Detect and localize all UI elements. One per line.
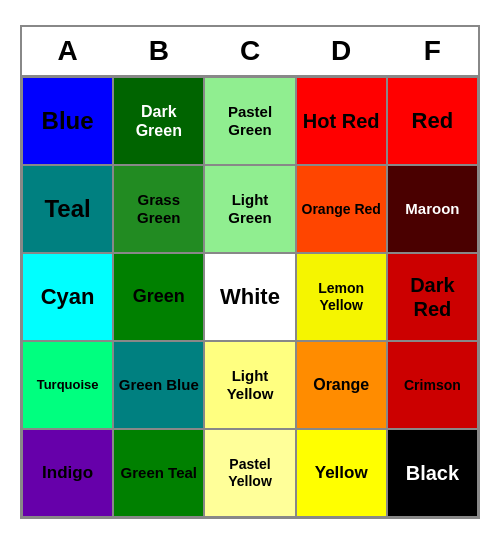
grid-cell-r4-c0: Indigo <box>22 429 113 517</box>
grid-cell-r0-c4: Red <box>387 77 478 165</box>
header-cell-a: A <box>22 27 113 75</box>
grid-cell-r2-c1: Green <box>113 253 204 341</box>
grid-cell-r1-c2: Light Green <box>204 165 295 253</box>
grid-cell-r1-c0: Teal <box>22 165 113 253</box>
grid-cell-r3-c3: Orange <box>296 341 387 429</box>
grid-cell-r1-c1: Grass Green <box>113 165 204 253</box>
grid-cell-r4-c2: Pastel Yellow <box>204 429 295 517</box>
grid-cell-r0-c2: Pastel Green <box>204 77 295 165</box>
header-cell-f: F <box>387 27 478 75</box>
grid-cell-r2-c4: Dark Red <box>387 253 478 341</box>
bingo-grid: BlueDark GreenPastel GreenHot RedRedTeal… <box>22 75 478 517</box>
grid-cell-r4-c4: Black <box>387 429 478 517</box>
header-cell-b: B <box>113 27 204 75</box>
grid-cell-r0-c3: Hot Red <box>296 77 387 165</box>
grid-cell-r4-c3: Yellow <box>296 429 387 517</box>
grid-cell-r3-c2: Light Yellow <box>204 341 295 429</box>
header-cell-c: C <box>204 27 295 75</box>
grid-cell-r2-c3: Lemon Yellow <box>296 253 387 341</box>
header-cell-d: D <box>296 27 387 75</box>
grid-cell-r1-c3: Orange Red <box>296 165 387 253</box>
grid-cell-r2-c2: White <box>204 253 295 341</box>
grid-cell-r1-c4: Maroon <box>387 165 478 253</box>
grid-cell-r3-c4: Crimson <box>387 341 478 429</box>
grid-cell-r0-c1: Dark Green <box>113 77 204 165</box>
grid-cell-r0-c0: Blue <box>22 77 113 165</box>
bingo-board: ABCDF BlueDark GreenPastel GreenHot RedR… <box>20 25 480 519</box>
header-row: ABCDF <box>22 27 478 75</box>
grid-cell-r2-c0: Cyan <box>22 253 113 341</box>
grid-cell-r4-c1: Green Teal <box>113 429 204 517</box>
grid-cell-r3-c0: Turquoise <box>22 341 113 429</box>
grid-cell-r3-c1: Green Blue <box>113 341 204 429</box>
